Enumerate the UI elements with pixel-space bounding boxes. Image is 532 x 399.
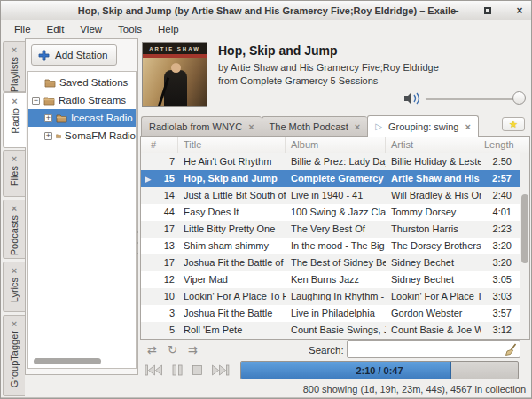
seek-progress-bar[interactable]: 2:10 / 0:47 <box>240 361 519 379</box>
table-row-selected-playing[interactable]: ▶ 15 Hop, Skip and Jump Complete Gramerc… <box>141 170 529 187</box>
close-icon[interactable]: × <box>12 204 17 213</box>
scrollbar-thumb[interactable] <box>521 194 528 263</box>
volume-slider-handle[interactable] <box>512 91 526 105</box>
table-row[interactable]: 14 Just a Little Bit South of … Live in … <box>141 187 529 204</box>
next-icon <box>211 364 230 376</box>
tree-item-label: Icecast Radio <box>71 113 133 123</box>
expand-expander-icon[interactable]: + <box>44 132 52 140</box>
playlist-tab-label: The Moth Podcast <box>270 121 348 132</box>
previous-button[interactable] <box>145 364 163 376</box>
stop-icon <box>192 364 203 376</box>
column-header-length[interactable]: Length <box>481 137 520 153</box>
title-bar[interactable]: Hop, Skip and Jump (by Artie Shaw and Hi… <box>1 1 532 20</box>
progress-time-text: 2:10 / 0:47 <box>241 362 518 379</box>
side-tab-strip: × Playlists × Radio × Files × Podcasts ×… <box>1 38 25 398</box>
tree-item-somafm-radio[interactable]: + SomaFM Radio <box>28 127 136 145</box>
table-row[interactable]: 7 He Ain't Got Rhythm Billie & Prez: Lad… <box>141 153 529 170</box>
maximize-icon <box>484 7 491 14</box>
pause-button[interactable] <box>171 364 184 376</box>
column-header-artist[interactable]: Artist <box>386 137 481 153</box>
sidebar-tab-playlists[interactable]: × Playlists <box>3 41 25 92</box>
radio-panel: Add Station Saved Stations − Radio Strea… <box>25 38 138 375</box>
tree-item-saved-stations[interactable]: Saved Stations <box>28 74 136 91</box>
play-icon: ▶ <box>145 175 152 184</box>
dynamic-icon[interactable]: ⇉ <box>188 343 198 356</box>
album-art: ARTIE SHAW <box>142 42 207 107</box>
maximize-button[interactable] <box>481 4 494 17</box>
playlist-tab-moth[interactable]: The Moth Podcast × <box>262 116 368 137</box>
expand-expander-icon[interactable]: + <box>44 114 52 122</box>
search-label: Search: <box>309 345 344 356</box>
stop-button[interactable] <box>192 364 203 376</box>
table-row[interactable]: 5 Roll 'Em Pete Count Basie Swings, Joe … <box>141 322 529 339</box>
clear-broom-icon[interactable] <box>505 343 517 356</box>
table-header: # Title Album Artist Length <box>141 137 529 153</box>
sidebar-tab-label: GroupTagger <box>9 331 20 387</box>
sidebar-tab-radio[interactable]: × Radio <box>3 92 26 148</box>
playlist-tab-label: Grouping: swing <box>388 121 459 132</box>
status-bar: 800 showing (1d, 19h, 23m, 44s), 4567 in… <box>1 380 532 398</box>
tree-item-radio-streams[interactable]: − Radio Streams <box>28 91 136 109</box>
table-row[interactable]: 13 Shim sham shimmy In the mood - The Bi… <box>141 238 529 254</box>
sidebar-tab-label: Podcasts <box>9 215 20 255</box>
tree-item-icecast-radio[interactable]: + Icecast Radio <box>28 109 136 127</box>
sidebar-tab-label: Radio <box>10 108 20 134</box>
playlist-tab-radiolab[interactable]: Radiolab from WNYC × <box>141 116 262 137</box>
playlist-options-button[interactable]: ★ <box>502 117 525 131</box>
sidebar-tab-podcasts[interactable]: × Podcasts <box>3 200 25 259</box>
next-button[interactable] <box>211 364 230 376</box>
vertical-scrollbar[interactable] <box>520 153 529 340</box>
column-header-number[interactable]: # <box>141 137 178 153</box>
menu-edit[interactable]: Edit <box>39 22 73 36</box>
search-input-wrap <box>347 340 520 358</box>
playlist-tab-grouping-swing[interactable]: ▷ Grouping: swing × <box>367 115 479 137</box>
sidebar-tab-lyrics[interactable]: × Lyrics <box>3 262 25 312</box>
main-area: ARTIE SHAW Hop, Skip and Jump by Artie S… <box>138 38 532 380</box>
table-row[interactable]: 17 Little Bitty Pretty One The Very Best… <box>141 221 529 238</box>
table-row[interactable]: 3 Joshua Fit the Battle Live in Philadel… <box>141 305 529 322</box>
column-header-title[interactable]: Title <box>178 137 286 153</box>
close-icon[interactable]: × <box>12 319 17 328</box>
menu-tools[interactable]: Tools <box>110 22 150 36</box>
volume-slider[interactable] <box>426 98 525 100</box>
star-icon: ★ <box>509 120 518 129</box>
menu-file[interactable]: File <box>6 22 39 36</box>
close-icon[interactable]: × <box>12 45 17 54</box>
close-icon[interactable]: × <box>248 121 254 132</box>
track-table: # Title Album Artist Length 7 He Ain't G… <box>140 136 530 340</box>
previous-icon <box>145 364 163 376</box>
collapse-expander-icon[interactable]: − <box>32 97 40 105</box>
playlist-toolbar: ⇄ ↻ ⇉ Search: <box>140 340 530 360</box>
menu-help[interactable]: Help <box>150 22 187 36</box>
sidebar-tab-files[interactable]: × Files <box>3 150 25 197</box>
close-icon[interactable]: × <box>466 121 471 132</box>
plus-icon <box>38 50 50 61</box>
column-header-album[interactable]: Album <box>286 137 386 153</box>
horizontal-scrollbar[interactable] <box>34 358 101 364</box>
table-row[interactable]: 17 Joshua Fit the Battle of J… The Best … <box>141 254 529 271</box>
folder-icon <box>44 78 56 88</box>
table-row[interactable]: 12 Viper Mad Ken Burns Jazz Sidney Beche… <box>141 271 529 288</box>
add-station-button[interactable]: Add Station <box>31 44 117 66</box>
sidebar-tab-label: Files <box>9 166 20 186</box>
tree-item-label: Radio Streams <box>59 95 126 106</box>
sidebar-tab-label: Lyrics <box>9 278 20 302</box>
exaile-window: Hop, Skip and Jump (by Artie Shaw and Hi… <box>0 0 532 399</box>
close-icon[interactable]: × <box>355 121 360 132</box>
add-station-label: Add Station <box>55 50 107 60</box>
playlist-tab-label: Radiolab from WNYC <box>149 121 242 132</box>
close-icon[interactable]: × <box>12 97 17 106</box>
menu-view[interactable]: View <box>72 22 110 36</box>
now-playing-artist: by Artie Shaw and His Gramercy Five;Roy … <box>218 62 439 73</box>
table-row[interactable]: 44 Easy Does It 100 Swing & Jazz Classic… <box>141 204 529 221</box>
minimize-button[interactable]: – <box>450 4 462 17</box>
close-icon[interactable]: × <box>12 266 17 275</box>
window-title: Hop, Skip and Jump (by Artie Shaw and Hi… <box>78 5 456 16</box>
repeat-icon[interactable]: ↻ <box>168 343 177 356</box>
close-icon[interactable]: × <box>12 154 17 163</box>
table-row[interactable]: 10 Lookin' For A Place To Park Laughing … <box>141 288 529 305</box>
collection-status-text: 800 showing (1d, 19h, 23m, 44s), 4567 in… <box>303 384 526 395</box>
search-input[interactable] <box>348 342 505 356</box>
shuffle-icon[interactable]: ⇄ <box>147 343 157 356</box>
close-button[interactable]: × <box>513 4 526 17</box>
